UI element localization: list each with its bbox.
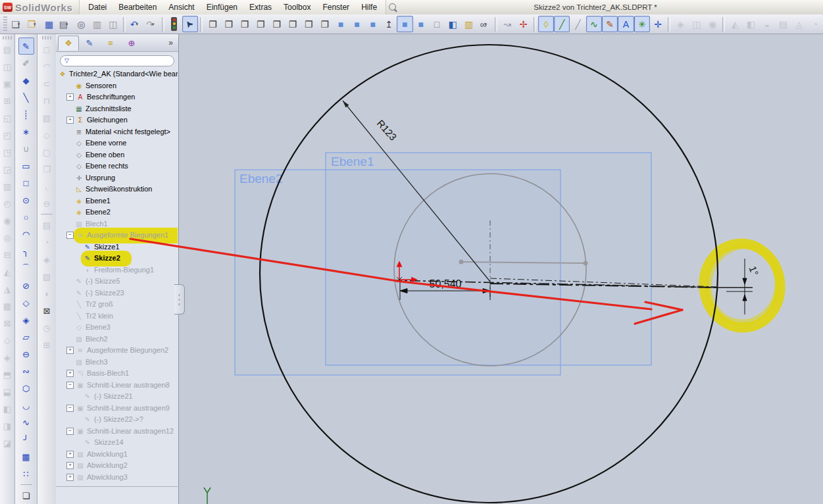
new-document-icon[interactable]: ❑▾ [9,16,25,32]
disabled-feature-tool-2-icon[interactable]: ◫ [0,58,15,75]
hide-curves-icon[interactable]: ∿ [586,16,602,32]
disabled-view-tool-3-icon[interactable]: ⊂ [39,75,55,92]
center-rectangle-tool-icon[interactable]: □ [18,174,34,191]
view-orientation-isometric-icon[interactable]: ❐ [317,16,333,32]
view-shaded-1-icon[interactable]: ■ [333,16,349,32]
rotated-rectangle-2-tool-icon[interactable]: ◈ [18,311,34,328]
fillet-tool-icon[interactable]: ╯ [18,431,34,448]
disabled-view-tool-14-icon[interactable]: ▨ [39,268,55,285]
open-document-dropdown-arrow[interactable]: ▾ [34,22,39,27]
panel-splitter-handle[interactable]: ‹‹‹ [174,284,185,315]
select-tool-icon[interactable]: ➤▾ [182,16,198,32]
3d-sketch-tool-icon[interactable]: ✐ [18,55,34,72]
polygon-tool-icon[interactable]: ⬡ [18,380,34,397]
three-point-arc-tool-icon[interactable]: ⌒ [18,260,34,277]
disabled-view-tool-2-icon[interactable]: ◠ [39,58,55,75]
disabled-view-tool-10-icon[interactable]: ⊖ [39,195,55,212]
freehand-sketch-tool-icon[interactable]: ↝ [499,16,515,32]
centerline-tool-icon[interactable]: ┊ [18,106,34,123]
tree-item-skizze21[interactable]: ✎(-) Skizze21 [56,391,178,403]
disabled-feature-tool-8-icon[interactable]: ◲ [0,161,15,178]
disabled-feature-tool-15-icon[interactable]: ◮ [0,280,15,297]
tree-item-skizze2[interactable]: ✎Skizze2 [56,253,178,265]
disabled-view-tool-9-icon[interactable]: ◟ [39,178,55,195]
display-shaded-icon[interactable]: ■ [413,16,429,32]
disabled-feature-tool-4-icon[interactable]: ⊞ [0,92,15,109]
disabled-feature-tool-6-icon[interactable]: ◰ [0,126,15,143]
tree-expander[interactable]: + [66,474,74,481]
tree-item-trichter2-ak-standard-wie-bear[interactable]: ❖Trichter2_AK (Standard<Wie bear [56,68,178,80]
hide-points-icon[interactable]: ✳ [634,16,650,32]
tree-filter-input[interactable] [72,57,170,65]
toolbar-drag-handle[interactable] [3,16,7,32]
tree-item-abwicklung1[interactable]: +▨Abwicklung1 [56,449,178,461]
print-dropdown-arrow[interactable]: ▾ [66,22,71,27]
disabled-view-tool-4-icon[interactable]: ⊓ [39,92,55,109]
construction-point-left[interactable] [459,260,464,265]
centerpoint-arc-tool-icon[interactable]: ◠ [18,226,34,243]
menu-extras[interactable]: Extras [243,1,278,14]
tree-item-schweißkonstruktion[interactable]: ◺Schweißkonstruktion [56,184,178,195]
disabled-feature-tool-24-icon[interactable]: ◪ [0,434,15,451]
select-filter-tool-icon[interactable]: ⊠ [39,302,55,319]
view-orientation-right-icon[interactable]: ❐ [269,16,285,32]
view-orientation-back-icon[interactable]: ❐ [237,16,253,32]
tree-item-skizze23[interactable]: ✎(-) Skizze23 [56,288,178,299]
hide-origins-icon[interactable]: ✛ [650,16,666,32]
tree-filter[interactable]: ▽ [60,55,174,66]
tree-item-blech2[interactable]: ▨Blech2 [56,334,178,345]
tree-expander[interactable]: − [66,428,74,435]
tree-expander[interactable]: + [66,116,74,124]
circle-tool-icon[interactable]: ⊙ [18,191,34,209]
view-shaded-2-icon[interactable]: ■ [349,16,364,32]
temporary-axis-icon[interactable]: ↥ [381,16,397,32]
plane-ebene2-label[interactable]: Ebene2 [239,172,283,186]
menu-ansicht[interactable]: Ansicht [162,1,200,14]
straight-slot-tool-icon[interactable]: ⊖ [18,345,34,363]
hide-sketches-icon[interactable]: ✎ [602,16,618,32]
view-orientation-top-icon[interactable]: ❐ [285,16,301,32]
tree-item-ebene3[interactable]: ◇Ebene3 [56,322,178,334]
disabled-feature-tool-10-icon[interactable]: ◴ [0,195,15,212]
tree-item-ebene2[interactable]: ◈Ebene2 [56,207,178,218]
disabled-view-tool-12-icon[interactable]: ◔ [39,234,55,251]
tree-item-beschriftungen[interactable]: +ABeschriftungen [56,91,178,103]
tree-item-blech1[interactable]: ▨Blech1 [56,218,178,230]
sketch-tool-icon[interactable]: ✎ [18,38,34,55]
tree-item-material-nicht-festgelegt[interactable]: ≣Material <nicht festgelegt> [56,126,178,138]
view-settings-glasses-icon[interactable]: ∞▾ [477,16,493,32]
disabled-feature-tool-7-icon[interactable]: ◳ [0,143,15,161]
undo-icon[interactable]: ↶▾ [128,16,143,32]
perimeter-circle-tool-icon[interactable]: ○ [18,209,34,226]
dimension-angle[interactable]: 1° [743,259,761,315]
disabled-feature-tool-17-icon[interactable]: ⊠ [0,315,15,332]
menu-datei[interactable]: Datei [82,1,112,14]
menu-toolbox[interactable]: Toolbox [278,1,316,14]
convert-entities-tool-icon[interactable]: ❏ [18,487,34,504]
tree-item-skizze22[interactable]: ✎(-) Skizze22->? [56,414,178,426]
rebuild-traffic-light-icon[interactable] [166,16,182,32]
disabled-view-tool-17-icon[interactable]: ⊞ [39,336,55,353]
tree-item-basis-blech1[interactable]: +◹Basis-Blech1 [56,368,178,380]
hide-live-section-icon[interactable]: ╱ [554,16,570,32]
plane-ebene1-label[interactable]: Ebene1 [331,155,374,168]
tree-item-tr2-groß[interactable]: ╲Tr2 groß [56,299,178,311]
disabled-view-tool-16-icon[interactable]: ◷ [39,319,55,336]
tree-item-skizze5[interactable]: ✎(-) Skizze5 [56,276,178,288]
tree-item-ebene1[interactable]: ◈Ebene1 [56,195,178,207]
sketch-on-plane-tool-icon[interactable]: ◆ [18,72,34,89]
disabled-view-tool-6-icon[interactable]: ◇ [39,126,55,143]
shadow-in-shaded-mode-icon[interactable]: ◧ [445,16,461,32]
disabled-feature-tool-3-icon[interactable]: ▣ [0,75,15,92]
disabled-feature-tool-23-icon[interactable]: ◨ [0,417,15,434]
display-hidden-lines-removed-icon[interactable]: □ [429,16,445,32]
tree-item-gleichungen[interactable]: +ΣGleichungen [56,114,178,126]
configurationmanager-tab[interactable]: ≡ [100,36,121,51]
tree-expander[interactable]: − [66,382,74,389]
menu-bearbeiten[interactable]: Bearbeiten [112,1,162,14]
tree-item-abwicklung2[interactable]: +▨Abwicklung2 [56,460,178,472]
menu-fenster[interactable]: Fenster [316,1,355,14]
new-document-dropdown-arrow[interactable]: ▾ [18,22,23,27]
tree-item-zuschnittsliste[interactable]: ▦Zuschnittsliste [56,103,178,115]
ellipse-tool-icon[interactable]: ⊘ [18,277,34,294]
